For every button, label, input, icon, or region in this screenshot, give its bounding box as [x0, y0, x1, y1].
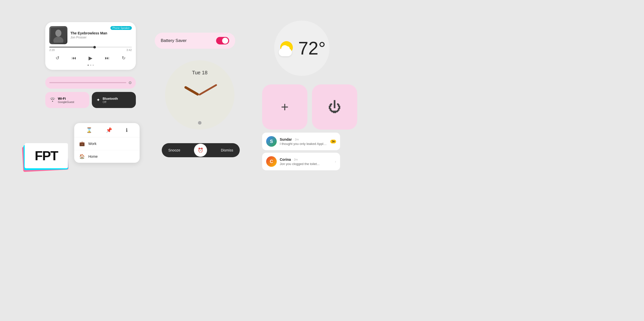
- hourglass-icon[interactable]: ⌛: [86, 127, 92, 133]
- avatar-corina: C: [266, 156, 277, 167]
- media-controls: ↺ ⏮ ▶ ⏭ ↻: [49, 54, 132, 63]
- quick-action-buttons: + ⏻: [262, 84, 357, 130]
- pin-icon[interactable]: 📌: [106, 127, 112, 133]
- msg-text-sundar: I thought you only leaked Apple stuff...: [280, 142, 327, 146]
- brightness-bar[interactable]: ⚙: [45, 77, 136, 89]
- message-content-corina: Corina · 2m Jon you clogged the toilet..…: [280, 157, 332, 166]
- add-button[interactable]: +: [262, 84, 307, 130]
- clock-center-dot: [198, 121, 202, 125]
- bt-sub: Off: [103, 100, 118, 103]
- media-title: The Eyebrowless Man: [70, 31, 107, 35]
- avatar-sundar: S: [266, 136, 277, 147]
- clock-face-bg: Tue 18: [165, 60, 234, 130]
- clock-face: [180, 75, 220, 115]
- toggle-thumb: [222, 38, 228, 44]
- briefcase-icon: 💼: [79, 141, 85, 146]
- clock-widget: Tue 18: [165, 60, 234, 130]
- dismiss-button[interactable]: Dismiss: [216, 145, 238, 156]
- avatar-sundar-inner: S: [266, 136, 277, 147]
- info-icon[interactable]: ℹ: [126, 127, 128, 133]
- msg-badge-sundar: 3▾: [330, 140, 336, 143]
- msg-name-sundar: Sundar: [280, 137, 292, 141]
- message-item-corina[interactable]: C Corina · 2m Jon you clogged the toilet…: [262, 153, 340, 170]
- notif-home-item[interactable]: 🏠 Home: [74, 150, 140, 163]
- weather-widget: 72°: [274, 21, 330, 76]
- battery-saver-label: Battery Saver: [161, 38, 187, 43]
- wifi-tile[interactable]: Wi-Fi GoogleGuest: [45, 92, 89, 108]
- message-content-sundar: Sundar · 2m I thought you only leaked Ap…: [280, 137, 327, 146]
- notif-home-label: Home: [88, 154, 98, 158]
- messenger-notifications: S Sundar · 2m I thought you only leaked …: [262, 133, 340, 173]
- wifi-label: Wi-Fi: [58, 97, 74, 100]
- fpt-card: FPT: [25, 143, 68, 168]
- alarm-icon-button[interactable]: ⏰: [194, 144, 207, 157]
- msg-time-corina: · 2m: [292, 158, 298, 161]
- msg-arrow-corina: ›: [335, 159, 336, 164]
- media-time-total: 3:42: [127, 48, 132, 51]
- message-item-sundar[interactable]: S Sundar · 2m I thought you only leaked …: [262, 133, 340, 150]
- next-button[interactable]: ⏭: [103, 54, 112, 63]
- alarm-controls: Snooze ⏰ Dismiss: [162, 143, 240, 157]
- cloud-overlay: [279, 48, 292, 56]
- brightness-fill: [49, 82, 126, 83]
- dot-1: [88, 65, 89, 66]
- weather-temp: 72°: [298, 39, 326, 57]
- hour-hand: [184, 86, 199, 96]
- power-button[interactable]: ⏻: [312, 84, 357, 130]
- msg-name-corina: Corina: [280, 157, 291, 162]
- media-artist: Jon Prosser: [70, 36, 107, 39]
- minute-hand: [198, 84, 217, 96]
- dot-3: [93, 65, 94, 66]
- quick-tiles: Wi-Fi GoogleGuest ✦ Bluetooth Off: [45, 92, 136, 108]
- wifi-icon: [50, 97, 55, 103]
- fpt-logo: FPT: [23, 138, 75, 173]
- battery-saver-toggle[interactable]: [216, 37, 229, 44]
- notif-work-label: Work: [88, 142, 96, 146]
- weather-icon: [278, 39, 296, 57]
- media-progress-bar[interactable]: 2:20 3:42: [49, 47, 132, 51]
- msg-text-corina: Jon you clogged the toilet...: [280, 162, 332, 166]
- brightness-icon: ⚙: [128, 80, 132, 85]
- bluetooth-icon: ✦: [96, 97, 100, 103]
- replay-button[interactable]: ↺: [53, 54, 62, 63]
- snooze-button[interactable]: Snooze: [164, 145, 185, 156]
- notification-menu: ⌛ 📌 ℹ 💼 Work 🏠 Home: [74, 123, 140, 163]
- svg-point-1: [55, 30, 61, 37]
- notif-menu-header: ⌛ 📌 ℹ: [74, 123, 140, 137]
- play-button[interactable]: ▶: [86, 54, 95, 63]
- media-player: The Eyebrowless Man Jon Prosser Phone Sp…: [45, 22, 136, 70]
- forward-button[interactable]: ↻: [119, 54, 128, 63]
- prev-button[interactable]: ⏮: [69, 54, 78, 63]
- avatar-corina-inner: C: [266, 156, 277, 167]
- wifi-sub: GoogleGuest: [58, 100, 74, 103]
- media-time-current: 2:20: [49, 48, 55, 51]
- bluetooth-tile[interactable]: ✦ Bluetooth Off: [92, 92, 136, 108]
- msg-time-sundar: · 2m: [293, 138, 299, 141]
- dot-2: [90, 65, 91, 66]
- media-artwork: [49, 26, 67, 44]
- fpt-text: FPT: [35, 148, 58, 163]
- battery-saver-widget: Battery Saver: [155, 33, 235, 49]
- bt-label: Bluetooth: [103, 97, 118, 100]
- home-icon: 🏠: [79, 154, 85, 159]
- weather-content: 72°: [278, 39, 326, 57]
- media-page-dots: [49, 65, 132, 66]
- media-output-badge: Phone Speaker: [110, 26, 132, 30]
- notif-work-item[interactable]: 💼 Work: [74, 137, 140, 150]
